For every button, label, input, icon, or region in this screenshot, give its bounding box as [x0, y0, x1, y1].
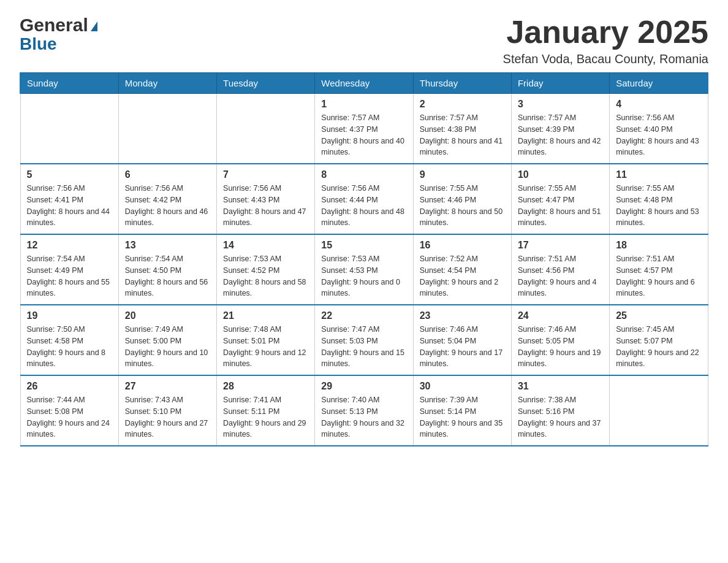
calendar-week-row: 5Sunrise: 7:56 AM Sunset: 4:41 PM Daylig…: [20, 164, 708, 234]
day-number: 21: [223, 310, 308, 321]
table-row: 13Sunrise: 7:54 AM Sunset: 4:50 PM Dayli…: [118, 234, 216, 305]
day-info: Sunrise: 7:52 AM Sunset: 4:54 PM Dayligh…: [420, 253, 505, 299]
calendar-header-row: Sunday Monday Tuesday Wednesday Thursday…: [20, 73, 708, 94]
logo: General Blue: [20, 15, 97, 54]
table-row: 18Sunrise: 7:51 AM Sunset: 4:57 PM Dayli…: [610, 234, 708, 305]
logo-container: General: [20, 15, 97, 36]
table-row: 1Sunrise: 7:57 AM Sunset: 4:37 PM Daylig…: [315, 94, 413, 164]
table-row: 27Sunrise: 7:43 AM Sunset: 5:10 PM Dayli…: [118, 375, 216, 446]
day-number: 25: [616, 310, 701, 321]
day-info: Sunrise: 7:48 AM Sunset: 5:01 PM Dayligh…: [223, 324, 308, 370]
table-row: 8Sunrise: 7:56 AM Sunset: 4:44 PM Daylig…: [315, 164, 413, 234]
day-info: Sunrise: 7:56 AM Sunset: 4:44 PM Dayligh…: [321, 183, 406, 229]
day-number: 9: [420, 169, 505, 180]
table-row: [610, 375, 708, 446]
table-row: 20Sunrise: 7:49 AM Sunset: 5:00 PM Dayli…: [118, 305, 216, 375]
day-number: 18: [616, 240, 701, 251]
table-row: 5Sunrise: 7:56 AM Sunset: 4:41 PM Daylig…: [20, 164, 118, 234]
day-info: Sunrise: 7:41 AM Sunset: 5:11 PM Dayligh…: [223, 394, 308, 440]
table-row: 22Sunrise: 7:47 AM Sunset: 5:03 PM Dayli…: [315, 305, 413, 375]
day-info: Sunrise: 7:53 AM Sunset: 4:52 PM Dayligh…: [223, 253, 308, 299]
day-number: 26: [27, 381, 112, 392]
day-info: Sunrise: 7:57 AM Sunset: 4:38 PM Dayligh…: [420, 112, 505, 158]
logo-blue-word: Blue: [20, 34, 57, 53]
table-row: 21Sunrise: 7:48 AM Sunset: 5:01 PM Dayli…: [217, 305, 315, 375]
table-row: 17Sunrise: 7:51 AM Sunset: 4:56 PM Dayli…: [511, 234, 609, 305]
day-info: Sunrise: 7:46 AM Sunset: 5:05 PM Dayligh…: [518, 324, 603, 370]
day-number: 19: [27, 310, 112, 321]
day-info: Sunrise: 7:55 AM Sunset: 4:48 PM Dayligh…: [616, 183, 701, 229]
day-info: Sunrise: 7:57 AM Sunset: 4:37 PM Dayligh…: [321, 112, 406, 158]
table-row: 24Sunrise: 7:46 AM Sunset: 5:05 PM Dayli…: [511, 305, 609, 375]
day-number: 11: [616, 169, 701, 180]
table-row: 6Sunrise: 7:56 AM Sunset: 4:42 PM Daylig…: [118, 164, 216, 234]
day-number: 8: [321, 169, 406, 180]
calendar-week-row: 1Sunrise: 7:57 AM Sunset: 4:37 PM Daylig…: [20, 94, 708, 164]
day-info: Sunrise: 7:54 AM Sunset: 4:50 PM Dayligh…: [125, 253, 210, 299]
header: General Blue January 2025 Stefan Voda, B…: [20, 15, 708, 66]
day-info: Sunrise: 7:54 AM Sunset: 4:49 PM Dayligh…: [27, 253, 112, 299]
day-number: 14: [223, 240, 308, 251]
table-row: 25Sunrise: 7:45 AM Sunset: 5:07 PM Dayli…: [610, 305, 708, 375]
table-row: 28Sunrise: 7:41 AM Sunset: 5:11 PM Dayli…: [217, 375, 315, 446]
table-row: 26Sunrise: 7:44 AM Sunset: 5:08 PM Dayli…: [20, 375, 118, 446]
calendar: Sunday Monday Tuesday Wednesday Thursday…: [20, 72, 708, 446]
day-info: Sunrise: 7:49 AM Sunset: 5:00 PM Dayligh…: [125, 324, 210, 370]
header-saturday: Saturday: [610, 73, 708, 94]
calendar-week-row: 19Sunrise: 7:50 AM Sunset: 4:58 PM Dayli…: [20, 305, 708, 375]
day-info: Sunrise: 7:55 AM Sunset: 4:47 PM Dayligh…: [518, 183, 603, 229]
day-info: Sunrise: 7:51 AM Sunset: 4:56 PM Dayligh…: [518, 253, 603, 299]
header-wednesday: Wednesday: [315, 73, 413, 94]
table-row: 30Sunrise: 7:39 AM Sunset: 5:14 PM Dayli…: [413, 375, 511, 446]
header-friday: Friday: [511, 73, 609, 94]
table-row: 7Sunrise: 7:56 AM Sunset: 4:43 PM Daylig…: [217, 164, 315, 234]
day-info: Sunrise: 7:56 AM Sunset: 4:41 PM Dayligh…: [27, 183, 112, 229]
day-number: 16: [420, 240, 505, 251]
table-row: 9Sunrise: 7:55 AM Sunset: 4:46 PM Daylig…: [413, 164, 511, 234]
day-number: 31: [518, 381, 603, 392]
table-row: 16Sunrise: 7:52 AM Sunset: 4:54 PM Dayli…: [413, 234, 511, 305]
day-number: 27: [125, 381, 210, 392]
table-row: [217, 94, 315, 164]
table-row: 15Sunrise: 7:53 AM Sunset: 4:53 PM Dayli…: [315, 234, 413, 305]
table-row: 19Sunrise: 7:50 AM Sunset: 4:58 PM Dayli…: [20, 305, 118, 375]
table-row: 2Sunrise: 7:57 AM Sunset: 4:38 PM Daylig…: [413, 94, 511, 164]
header-monday: Monday: [118, 73, 216, 94]
day-info: Sunrise: 7:45 AM Sunset: 5:07 PM Dayligh…: [616, 324, 701, 370]
table-row: 14Sunrise: 7:53 AM Sunset: 4:52 PM Dayli…: [217, 234, 315, 305]
table-row: 4Sunrise: 7:56 AM Sunset: 4:40 PM Daylig…: [610, 94, 708, 164]
day-info: Sunrise: 7:39 AM Sunset: 5:14 PM Dayligh…: [420, 394, 505, 440]
table-row: 31Sunrise: 7:38 AM Sunset: 5:16 PM Dayli…: [511, 375, 609, 446]
day-number: 5: [27, 169, 112, 180]
day-info: Sunrise: 7:38 AM Sunset: 5:16 PM Dayligh…: [518, 394, 603, 440]
header-thursday: Thursday: [413, 73, 511, 94]
table-row: 12Sunrise: 7:54 AM Sunset: 4:49 PM Dayli…: [20, 234, 118, 305]
header-tuesday: Tuesday: [217, 73, 315, 94]
day-number: 28: [223, 381, 308, 392]
day-number: 13: [125, 240, 210, 251]
logo-general-word: General: [20, 15, 88, 36]
day-info: Sunrise: 7:56 AM Sunset: 4:42 PM Dayligh…: [125, 183, 210, 229]
day-number: 4: [616, 99, 701, 110]
day-number: 29: [321, 381, 406, 392]
day-info: Sunrise: 7:46 AM Sunset: 5:04 PM Dayligh…: [420, 324, 505, 370]
day-number: 17: [518, 240, 603, 251]
table-row: 3Sunrise: 7:57 AM Sunset: 4:39 PM Daylig…: [511, 94, 609, 164]
day-number: 20: [125, 310, 210, 321]
day-number: 1: [321, 99, 406, 110]
day-info: Sunrise: 7:57 AM Sunset: 4:39 PM Dayligh…: [518, 112, 603, 158]
day-number: 23: [420, 310, 505, 321]
day-number: 10: [518, 169, 603, 180]
day-info: Sunrise: 7:43 AM Sunset: 5:10 PM Dayligh…: [125, 394, 210, 440]
day-number: 3: [518, 99, 603, 110]
day-number: 15: [321, 240, 406, 251]
day-info: Sunrise: 7:56 AM Sunset: 4:43 PM Dayligh…: [223, 183, 308, 229]
location-title: Stefan Voda, Bacau County, Romania: [503, 52, 708, 66]
day-number: 30: [420, 381, 505, 392]
calendar-week-row: 26Sunrise: 7:44 AM Sunset: 5:08 PM Dayli…: [20, 375, 708, 446]
day-number: 24: [518, 310, 603, 321]
table-row: 23Sunrise: 7:46 AM Sunset: 5:04 PM Dayli…: [413, 305, 511, 375]
day-number: 6: [125, 169, 210, 180]
day-info: Sunrise: 7:56 AM Sunset: 4:40 PM Dayligh…: [616, 112, 701, 158]
table-row: 10Sunrise: 7:55 AM Sunset: 4:47 PM Dayli…: [511, 164, 609, 234]
